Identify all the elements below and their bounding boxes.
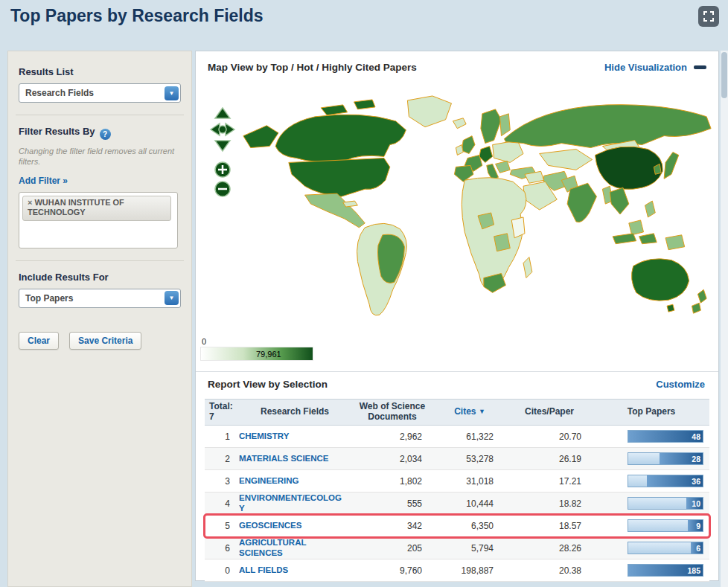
report-view-title: Report View by Selection: [208, 379, 328, 390]
docs-cell: 2,962: [351, 432, 434, 442]
bar-value: 185: [687, 566, 703, 575]
filter-results-heading: Filter Results By?: [19, 126, 181, 140]
column-header-cites-per-paper[interactable]: Cites/Paper: [505, 405, 593, 420]
top-papers-cell: 48: [593, 430, 709, 443]
pan-down-icon[interactable]: [215, 141, 230, 151]
total-header: Total: 7: [205, 400, 239, 425]
page-title: Top Papers by Research Fields: [0, 0, 728, 26]
filter-tag-label: WUHAN INSTITUTE OF TECHNOLOGY: [28, 198, 124, 217]
rank-cell: 6: [205, 543, 239, 554]
field-link[interactable]: MATERIALS SCIENCE: [239, 454, 351, 464]
bar-value: 9: [696, 522, 703, 530]
top-papers-bar: 185: [628, 564, 703, 577]
sidebar-divider: [16, 115, 184, 115]
docs-cell: 2,034: [351, 454, 434, 464]
section-divider: [196, 371, 718, 372]
filter-tag[interactable]: ×WUHAN INSTITUTE OF TECHNOLOGY: [22, 196, 171, 222]
cites-cell: 53,278: [434, 454, 505, 464]
cites-per-paper-cell: 26.19: [505, 454, 593, 464]
sidebar-divider: [16, 260, 184, 261]
top-papers-cell: 9: [593, 519, 709, 532]
top-papers-bar: 10: [628, 497, 703, 510]
top-papers-bar: 28: [628, 452, 703, 465]
top-papers-cell: 28: [593, 452, 709, 465]
hide-visualization-link[interactable]: Hide Visualization: [604, 62, 706, 73]
column-header-research-fields[interactable]: Research Fields: [239, 405, 351, 420]
column-header-cites[interactable]: Cites ▼: [434, 405, 505, 420]
include-results-dropdown[interactable]: Top Papers ▼: [19, 289, 181, 308]
sort-descending-icon: ▼: [479, 408, 485, 415]
scrollbar-thumb[interactable]: [721, 52, 727, 98]
docs-cell: 9,760: [351, 565, 434, 576]
table-row-highlighted: 5 GEOSCIENCES 342 6,350 18.57 9: [205, 515, 709, 537]
rank-cell: 5: [205, 521, 239, 531]
report-table: Total: 7 Research Fields Web of Science …: [205, 399, 709, 582]
table-row: 0 ALL FIELDS 9,760 198,887 20.38 185: [205, 559, 709, 582]
sidebar-buttons: Clear Save Criteria: [19, 332, 181, 350]
table-body: 1 CHEMISTRY 2,962 61,322 20.70 48 2 MATE…: [205, 426, 709, 582]
pan-up-icon[interactable]: [215, 108, 230, 118]
table-header-row: Total: 7 Research Fields Web of Science …: [205, 399, 709, 426]
bar-value: 28: [692, 455, 703, 463]
include-results-heading: Include Results For: [19, 272, 181, 283]
cites-label: Cites: [454, 406, 476, 417]
chevron-down-icon[interactable]: ▼: [165, 291, 179, 305]
cites-per-paper-cell: 20.70: [505, 432, 593, 442]
active-filters-box: ×WUHAN INSTITUTE OF TECHNOLOGY: [19, 192, 178, 248]
include-results-value: Top Papers: [25, 293, 73, 304]
page-header: Top Papers by Research Fields: [0, 0, 728, 45]
field-link[interactable]: GEOSCIENCES: [239, 521, 351, 531]
bar-value: 6: [696, 544, 703, 553]
docs-cell: 1,802: [351, 476, 434, 487]
top-papers-cell: 185: [593, 564, 709, 577]
table-row: 4 ENVIRONMENT/ECOLOGY 555 10,444 18.82 1…: [205, 493, 709, 515]
cites-per-paper-cell: 20.38: [505, 565, 593, 576]
top-papers-cell: 10: [593, 497, 709, 510]
world-map[interactable]: [233, 93, 717, 330]
pan-left-icon[interactable]: [211, 124, 220, 135]
customize-link[interactable]: Customize: [656, 379, 705, 390]
top-papers-cell: 6: [593, 542, 709, 554]
sidebar: Results List Research Fields ▼ Filter Re…: [7, 51, 192, 587]
bar-value: 48: [692, 432, 703, 441]
chevron-down-icon[interactable]: ▼: [165, 86, 179, 100]
field-link[interactable]: ALL FIELDS: [239, 565, 351, 576]
field-link[interactable]: CHEMISTRY: [239, 432, 351, 442]
save-criteria-button[interactable]: Save Criteria: [69, 332, 141, 350]
minus-icon: [694, 65, 706, 69]
help-icon[interactable]: ?: [100, 129, 111, 140]
cites-cell: 31,018: [434, 476, 505, 487]
docs-cell: 342: [351, 521, 434, 531]
add-filter-link[interactable]: Add Filter »: [19, 176, 68, 186]
results-list-dropdown[interactable]: Research Fields ▼: [19, 83, 181, 103]
rank-cell: 3: [205, 476, 239, 487]
clear-button[interactable]: Clear: [19, 332, 59, 350]
cites-per-paper-cell: 17.21: [505, 476, 593, 487]
field-link[interactable]: AGRICULTURAL SCIENCES: [239, 538, 351, 559]
pan-center-icon[interactable]: [219, 126, 226, 133]
cites-cell: 61,322: [434, 432, 505, 442]
total-label: Total:: [209, 401, 233, 411]
top-papers-bar: 36: [628, 475, 703, 487]
remove-filter-icon[interactable]: ×: [28, 198, 32, 207]
map-view-title: Map View by Top / Hot / Highly Cited Pap…: [208, 62, 417, 73]
column-header-top-papers[interactable]: Top Papers: [593, 405, 709, 420]
column-header-wos-documents[interactable]: Web of Science Documents: [351, 400, 434, 425]
table-row: 3 ENGINEERING 1,802 31,018 17.21 36: [205, 470, 709, 493]
table-row: 1 CHEMISTRY 2,962 61,322 20.70 48: [205, 426, 709, 448]
top-papers-bar: 9: [628, 519, 703, 532]
top-papers-cell: 36: [593, 475, 709, 487]
map-header: Map View by Top / Hot / Highly Cited Pap…: [196, 51, 718, 73]
cites-per-paper-cell: 18.57: [505, 521, 593, 531]
map-countries[interactable]: [243, 96, 711, 315]
docs-cell: 555: [351, 498, 434, 509]
field-link[interactable]: ENVIRONMENT/ECOLOGY: [239, 493, 351, 514]
top-papers-bar: 6: [628, 542, 703, 554]
vertical-scrollbar[interactable]: [721, 51, 728, 587]
cites-per-paper-cell: 18.82: [505, 498, 593, 509]
cites-cell: 6,350: [434, 521, 505, 531]
field-link[interactable]: ENGINEERING: [239, 476, 351, 487]
hide-visualization-label: Hide Visualization: [604, 62, 687, 73]
fullscreen-button[interactable]: [698, 6, 719, 27]
table-row: 6 AGRICULTURAL SCIENCES 205 5,794 28.26 …: [205, 537, 709, 559]
